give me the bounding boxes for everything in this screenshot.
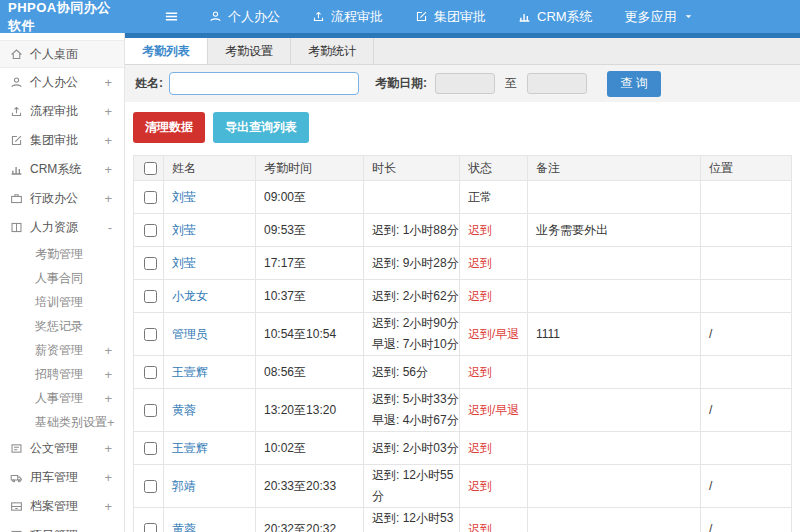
expand-icon[interactable]: + <box>104 191 112 206</box>
sidebar-item-project-management[interactable]: 项目管理+ <box>0 521 124 532</box>
sidebar-item-human-resources[interactable]: 人力资源- <box>0 213 124 242</box>
main-layout: 个人桌面 个人办公+流程审批+集团审批+CRM系统+行政办公+人力资源-考勤管理… <box>0 33 800 532</box>
row-checkbox[interactable] <box>144 480 157 493</box>
attendance-time-cell: 13:20至13:20 <box>256 389 364 432</box>
employee-name-link[interactable]: 小龙女 <box>172 289 208 303</box>
expand-icon[interactable]: + <box>104 367 112 382</box>
menu-toggle-button[interactable] <box>164 9 179 24</box>
sidebar-item-label: CRM系统 <box>30 161 97 178</box>
date-from-input[interactable] <box>435 73 495 94</box>
nav-item-more-apps[interactable]: 更多应用 <box>625 8 694 26</box>
column-header: 位置 <box>701 156 792 181</box>
navbar-menu: 个人办公流程审批集团审批CRM系统更多应用 <box>209 8 694 26</box>
note-cell: 1111 <box>528 313 701 356</box>
employee-name-link[interactable]: 王壹辉 <box>172 365 208 379</box>
sidebar-item-training-management[interactable]: 培训管理 <box>0 290 124 314</box>
expand-icon[interactable]: + <box>104 133 112 148</box>
row-checkbox[interactable] <box>144 224 157 237</box>
expand-icon[interactable]: + <box>104 104 112 119</box>
row-checkbox[interactable] <box>144 257 157 270</box>
expand-icon[interactable]: + <box>104 162 112 177</box>
sidebar-item-workflow-approval[interactable]: 流程审批+ <box>0 97 124 126</box>
nav-item-personal-office[interactable]: 个人办公 <box>209 8 280 26</box>
sidebar-item-document-management[interactable]: 公文管理+ <box>0 434 124 463</box>
employee-name-link[interactable]: 王壹辉 <box>172 441 208 455</box>
expand-icon[interactable]: + <box>107 415 115 430</box>
sidebar-item-crm-system[interactable]: CRM系统+ <box>0 155 124 184</box>
employee-name-link[interactable]: 黄蓉 <box>172 522 196 532</box>
sidebar-item-admin-office[interactable]: 行政办公+ <box>0 184 124 213</box>
note-cell <box>528 465 701 508</box>
employee-name-link[interactable]: 管理员 <box>172 327 208 341</box>
to-label: 至 <box>505 75 517 92</box>
tab-attendance-settings[interactable]: 考勤设置 <box>208 38 291 64</box>
column-header: 时长 <box>364 156 460 181</box>
top-navbar: PHPOA协同办公软件 个人办公流程审批集团审批CRM系统更多应用 <box>0 0 800 33</box>
sidebar-item-recruitment-management[interactable]: 招聘管理+ <box>0 362 124 386</box>
employee-name-link[interactable]: 刘莹 <box>172 256 196 270</box>
home-icon <box>10 48 23 61</box>
nav-item-group-approval[interactable]: 集团审批 <box>415 8 486 26</box>
clean-data-button[interactable]: 清理数据 <box>133 112 205 143</box>
tab-attendance-list[interactable]: 考勤列表 <box>125 38 208 64</box>
sidebar-item-archive-management[interactable]: 档案管理+ <box>0 492 124 521</box>
sidebar-item-attendance-management[interactable]: 考勤管理 <box>0 242 124 266</box>
row-checkbox[interactable] <box>144 290 157 303</box>
row-select-cell <box>134 313 164 356</box>
name-input[interactable] <box>169 72 359 95</box>
row-checkbox[interactable] <box>144 404 157 417</box>
attendance-time-cell: 10:54至10:54 <box>256 313 364 356</box>
employee-name-link[interactable]: 刘莹 <box>172 223 196 237</box>
sidebar-item-vehicle-management[interactable]: 用车管理+ <box>0 463 124 492</box>
expand-icon[interactable]: + <box>104 528 112 532</box>
duration-cell: 迟到: 12小时55分 <box>364 465 460 508</box>
export-list-button[interactable]: 导出查询列表 <box>213 112 309 143</box>
sidebar-item-personnel-management[interactable]: 人事管理+ <box>0 386 124 410</box>
search-button[interactable]: 查 询 <box>607 71 661 97</box>
tab-bar: 考勤列表考勤设置考勤统计 <box>125 38 800 65</box>
note-cell <box>528 181 701 214</box>
expand-icon[interactable]: + <box>104 391 112 406</box>
row-checkbox[interactable] <box>144 191 157 204</box>
nav-item-workflow-approval[interactable]: 流程审批 <box>312 8 383 26</box>
table-row: 郭靖 20:33至20:33 迟到: 12小时55分 迟到 / <box>134 465 792 508</box>
row-checkbox[interactable] <box>144 366 157 379</box>
employee-name-link[interactable]: 刘莹 <box>172 190 196 204</box>
employee-name-link[interactable]: 黄蓉 <box>172 403 196 417</box>
user-icon <box>209 10 222 23</box>
sidebar-item-label: 人事管理 <box>35 390 104 407</box>
sidebar-item-salary-management[interactable]: 薪资管理+ <box>0 338 124 362</box>
sidebar-item-personal-office[interactable]: 个人办公+ <box>0 68 124 97</box>
nav-item-crm-system[interactable]: CRM系统 <box>518 8 593 26</box>
attendance-time-cell: 08:56至 <box>256 356 364 389</box>
date-to-input[interactable] <box>527 73 587 94</box>
collapse-icon[interactable]: - <box>108 220 112 235</box>
tab-attendance-statistics[interactable]: 考勤统计 <box>291 38 374 64</box>
status-cell: 迟到 <box>460 508 528 532</box>
caret-down-icon <box>683 11 694 22</box>
expand-icon[interactable]: + <box>104 470 112 485</box>
expand-icon[interactable]: + <box>104 441 112 456</box>
sidebar-item-label: 基础类别设置 <box>35 414 107 431</box>
expand-icon[interactable]: + <box>104 499 112 514</box>
expand-icon[interactable]: + <box>104 343 112 358</box>
column-header: 姓名 <box>164 156 256 181</box>
row-checkbox[interactable] <box>144 328 157 341</box>
sidebar-item-basic-category-settings[interactable]: 基础类别设置+ <box>0 410 124 434</box>
row-checkbox[interactable] <box>144 442 157 455</box>
edit-icon <box>415 10 428 23</box>
filter-bar: 姓名: 考勤日期: 至 查 询 <box>125 65 800 102</box>
sidebar-item-personal-desktop[interactable]: 个人桌面 <box>0 40 124 68</box>
duration-cell: 迟到: 1小时88分 <box>364 214 460 247</box>
table-row: 黄蓉 20:32至20:32 迟到: 12小时53分 迟到 / <box>134 508 792 532</box>
sidebar-menu: 个人办公+流程审批+集团审批+CRM系统+行政办公+人力资源-考勤管理人事合同培… <box>0 68 124 532</box>
name-cell: 黄蓉 <box>164 389 256 432</box>
sidebar-item-personnel-contract[interactable]: 人事合同 <box>0 266 124 290</box>
expand-icon[interactable]: + <box>104 75 112 90</box>
note-cell <box>528 247 701 280</box>
sidebar-item-group-approval[interactable]: 集团审批+ <box>0 126 124 155</box>
sidebar-item-reward-punishment[interactable]: 奖惩记录 <box>0 314 124 338</box>
select-all-checkbox[interactable] <box>144 162 157 175</box>
employee-name-link[interactable]: 郭靖 <box>172 479 196 493</box>
row-checkbox[interactable] <box>144 523 157 532</box>
